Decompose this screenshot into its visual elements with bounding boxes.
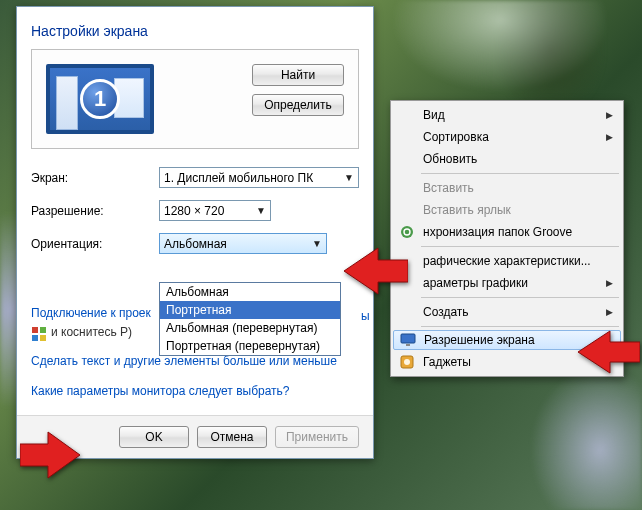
projector-hint-text: и коснитесь P) [51,323,132,342]
ctx-separator [421,173,619,174]
ctx-paste-shortcut: Вставить ярлык [393,199,621,221]
orientation-option[interactable]: Альбомная (перевернутая) [160,319,340,337]
orientation-dropdown-list: Альбомная Портретная Альбомная (переверн… [159,282,341,356]
chevron-down-icon: ▼ [338,172,354,183]
monitor-preview-box: 1 Найти Определить [31,49,359,149]
monitor-number-badge: 1 [80,79,120,119]
windows-key-icon [31,326,47,342]
orientation-combo[interactable]: Альбомная ▼ [159,233,327,254]
submenu-arrow-icon: ▶ [606,132,613,142]
submenu-arrow-icon: ▶ [606,278,613,288]
chevron-down-icon: ▼ [306,238,322,249]
ctx-paste: Вставить [393,177,621,199]
ok-button[interactable]: OK [119,426,189,448]
gadgets-icon [399,354,415,370]
display-settings-dialog: Настройки экрана 1 Найти Определить Экра… [16,6,374,459]
orientation-option[interactable]: Портретная [160,301,340,319]
chevron-down-icon: ▼ [250,205,266,216]
monitor-params-link[interactable]: Какие параметры монитора следует выбрать… [31,382,359,401]
svg-marker-10 [578,331,640,373]
orientation-label: Ориентация: [31,237,159,251]
submenu-arrow-icon: ▶ [606,307,613,317]
ctx-groove-sync[interactable]: нхронизация папок Groove [393,221,621,243]
ctx-new[interactable]: Создать ▶ [393,301,621,323]
svg-point-8 [404,359,410,365]
projector-link[interactable]: Подключение к проек [31,304,151,323]
ctx-graphics-params[interactable]: араметры графики ▶ [393,272,621,294]
find-button[interactable]: Найти [252,64,344,86]
partial-hint-text: ы [361,309,370,323]
svg-rect-6 [406,344,410,346]
annotation-arrow-right [20,428,80,485]
ctx-sort[interactable]: Сортировка ▶ [393,126,621,148]
resolution-label: Разрешение: [31,204,159,218]
orientation-option[interactable]: Альбомная [160,283,340,301]
svg-marker-9 [344,248,408,294]
groove-icon [399,224,415,240]
ctx-separator [421,246,619,247]
svg-point-4 [401,226,413,238]
dialog-title: Настройки экрана [31,23,359,39]
cancel-button[interactable]: Отмена [197,426,267,448]
detect-button[interactable]: Определить [252,94,344,116]
svg-rect-3 [40,335,46,341]
svg-rect-2 [32,335,38,341]
screen-label: Экран: [31,171,159,185]
screen-combo[interactable]: 1. Дисплей мобильного ПК ▼ [159,167,359,188]
ctx-view[interactable]: Вид ▶ [393,104,621,126]
ctx-refresh[interactable]: Обновить [393,148,621,170]
ctx-graphics-properties[interactable]: рафические характеристики... [393,250,621,272]
orientation-option[interactable]: Портретная (перевернутая) [160,337,340,355]
apply-button[interactable]: Применить [275,426,359,448]
monitor-icon [400,332,416,348]
annotation-arrow-left [344,244,408,301]
svg-rect-5 [401,334,415,343]
svg-marker-11 [20,432,80,478]
ctx-separator [421,297,619,298]
annotation-arrow-left [578,328,640,379]
svg-rect-1 [40,327,46,333]
ctx-separator [421,326,619,327]
monitor-thumbnail[interactable]: 1 [46,64,154,134]
resolution-combo[interactable]: 1280 × 720 ▼ [159,200,271,221]
svg-rect-0 [32,327,38,333]
submenu-arrow-icon: ▶ [606,110,613,120]
